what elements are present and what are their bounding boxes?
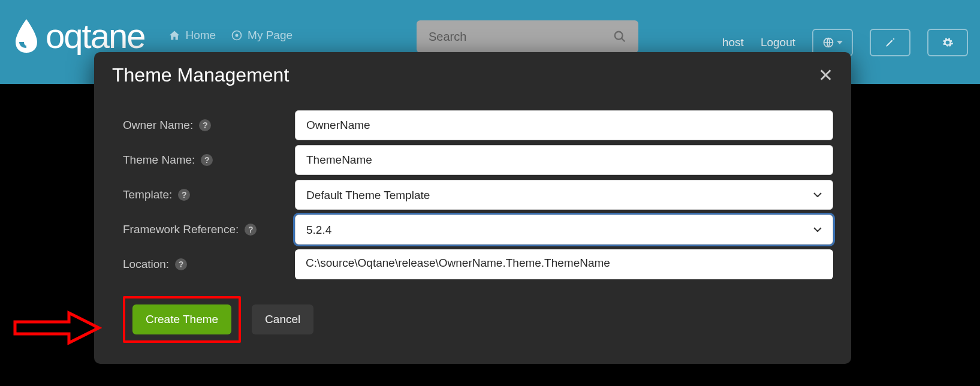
framework-select[interactable]: 5.2.4 bbox=[295, 215, 833, 245]
gear-icon bbox=[942, 37, 954, 49]
annotation-highlight: Create Theme bbox=[123, 296, 241, 343]
target-icon bbox=[231, 29, 243, 41]
label-location: Location: ? bbox=[112, 258, 295, 271]
nav-home-label: Home bbox=[185, 29, 216, 42]
svg-point-2 bbox=[615, 32, 623, 40]
globe-icon bbox=[822, 37, 834, 49]
label-template: Template: ? bbox=[112, 188, 295, 201]
search-container bbox=[417, 20, 638, 53]
row-owner-name: Owner Name: ? bbox=[112, 110, 833, 140]
label-framework: Framework Reference: ? bbox=[112, 223, 295, 236]
edit-button[interactable] bbox=[870, 29, 910, 56]
help-icon[interactable]: ? bbox=[245, 224, 257, 236]
modal-header: Theme Management ✕ bbox=[112, 64, 833, 86]
label-theme-name-text: Theme Name: bbox=[123, 153, 195, 167]
create-theme-button[interactable]: Create Theme bbox=[132, 304, 231, 334]
user-link[interactable]: host bbox=[722, 36, 744, 49]
nav-mypage-label: My Page bbox=[248, 29, 293, 42]
label-theme-name: Theme Name: ? bbox=[112, 153, 295, 167]
search-input[interactable] bbox=[429, 30, 613, 44]
help-icon[interactable]: ? bbox=[201, 154, 213, 166]
row-location: Location: ? C:\source\Oqtane\release\Own… bbox=[112, 249, 833, 279]
modal-actions: Create Theme Cancel bbox=[123, 296, 833, 343]
row-theme-name: Theme Name: ? bbox=[112, 145, 833, 175]
svg-point-1 bbox=[236, 34, 239, 37]
chevron-down-icon bbox=[837, 41, 843, 44]
search-icon[interactable] bbox=[613, 30, 626, 43]
primary-nav: Home My Page bbox=[168, 29, 293, 42]
settings-button[interactable] bbox=[927, 29, 968, 56]
nav-mypage[interactable]: My Page bbox=[231, 29, 293, 42]
theme-management-modal: Theme Management ✕ Owner Name: ? Theme N… bbox=[94, 52, 851, 364]
help-icon[interactable]: ? bbox=[178, 189, 190, 201]
label-owner-name-text: Owner Name: bbox=[123, 119, 193, 132]
close-icon[interactable]: ✕ bbox=[818, 67, 833, 85]
row-template: Template: ? Default Theme Template bbox=[112, 180, 833, 210]
owner-name-input[interactable] bbox=[295, 110, 833, 140]
label-location-text: Location: bbox=[123, 258, 169, 271]
pencil-icon bbox=[885, 37, 895, 48]
help-icon[interactable]: ? bbox=[175, 258, 187, 270]
theme-name-input[interactable] bbox=[295, 145, 833, 175]
annotation-arrow bbox=[12, 307, 102, 349]
brand-text: oqtane bbox=[46, 19, 144, 53]
template-select[interactable]: Default Theme Template bbox=[295, 180, 833, 210]
svg-line-3 bbox=[622, 38, 625, 42]
label-owner-name: Owner Name: ? bbox=[112, 119, 295, 132]
row-framework: Framework Reference: ? 5.2.4 bbox=[112, 215, 833, 245]
label-template-text: Template: bbox=[123, 188, 172, 201]
modal-title: Theme Management bbox=[112, 64, 289, 86]
help-icon[interactable]: ? bbox=[199, 119, 211, 131]
logout-link[interactable]: Logout bbox=[761, 36, 795, 49]
cancel-button[interactable]: Cancel bbox=[252, 304, 313, 334]
label-framework-text: Framework Reference: bbox=[123, 223, 239, 236]
brand-logo[interactable]: oqtane bbox=[12, 18, 144, 54]
drop-icon bbox=[12, 18, 41, 54]
nav-home[interactable]: Home bbox=[168, 29, 216, 42]
home-icon bbox=[168, 29, 180, 41]
location-display: C:\source\Oqtane\release\OwnerName.Theme… bbox=[295, 249, 833, 279]
